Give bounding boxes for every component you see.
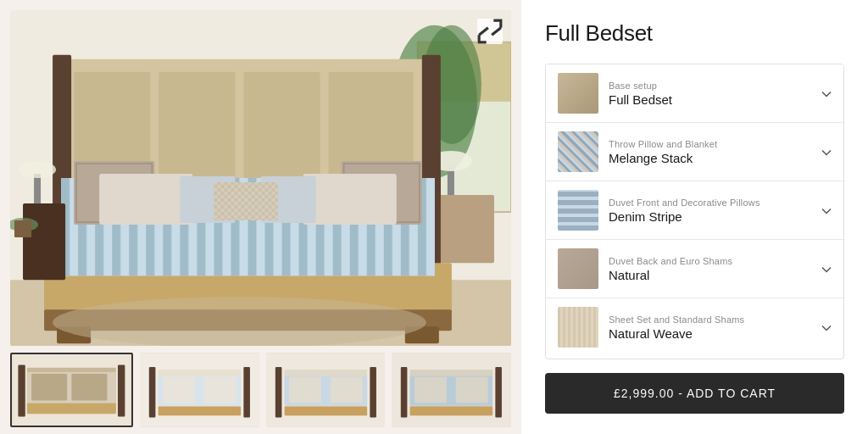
option-row-throw-pillow[interactable]: Throw Pillow and BlanketMelange Stack bbox=[546, 123, 843, 181]
option-category-base-setup: Base setup bbox=[609, 81, 811, 91]
chevron-down-icon bbox=[821, 203, 832, 218]
chevron-down-icon bbox=[821, 320, 832, 335]
svg-rect-75 bbox=[415, 377, 447, 403]
svg-rect-55 bbox=[27, 403, 116, 415]
option-text-duvet-back: Duvet Back and Euro ShamsNatural bbox=[609, 256, 811, 282]
right-panel: Full Bedset Base setupFull BedsetThrow P… bbox=[521, 0, 868, 434]
option-category-duvet-front: Duvet Front and Decorative Pillows bbox=[609, 198, 811, 208]
svg-rect-76 bbox=[456, 377, 488, 403]
svg-rect-44 bbox=[34, 174, 41, 203]
expand-button[interactable] bbox=[477, 19, 503, 44]
svg-rect-54 bbox=[118, 365, 125, 417]
option-text-sheet-set: Sheet Set and Standard ShamsNatural Weav… bbox=[609, 314, 811, 341]
svg-rect-77 bbox=[401, 367, 408, 418]
svg-rect-60 bbox=[204, 377, 236, 403]
option-row-sheet-set[interactable]: Sheet Set and Standard ShamsNatural Weav… bbox=[546, 298, 843, 356]
main-product-image bbox=[10, 10, 511, 346]
svg-rect-53 bbox=[18, 365, 25, 417]
option-category-sheet-set: Sheet Set and Standard Shams bbox=[609, 314, 811, 325]
svg-rect-47 bbox=[14, 220, 31, 237]
thumbnail-1[interactable] bbox=[10, 353, 133, 427]
swatch-duvet-front bbox=[558, 190, 598, 231]
thumbnail-2[interactable] bbox=[140, 353, 259, 427]
svg-rect-67 bbox=[289, 377, 321, 403]
option-row-duvet-front[interactable]: Duvet Front and Decorative PillowsDenim … bbox=[546, 181, 843, 240]
thumbnail-4[interactable] bbox=[392, 353, 511, 427]
option-category-throw-pillow: Throw Pillow and Blanket bbox=[609, 139, 811, 149]
svg-rect-41 bbox=[214, 182, 277, 220]
svg-rect-52 bbox=[71, 374, 107, 401]
option-value-base-setup: Full Bedset bbox=[609, 92, 811, 107]
svg-rect-69 bbox=[275, 367, 281, 418]
svg-rect-79 bbox=[410, 406, 492, 415]
add-to-cart-button[interactable]: £2,999.00 - ADD TO CART bbox=[545, 373, 844, 414]
chevron-down-icon bbox=[821, 144, 832, 159]
swatch-throw-pillow bbox=[558, 131, 598, 172]
option-value-throw-pillow: Melange Stack bbox=[609, 151, 811, 165]
thumbnail-3[interactable] bbox=[266, 353, 386, 427]
left-panel bbox=[0, 0, 521, 434]
svg-rect-62 bbox=[243, 367, 250, 418]
svg-point-23 bbox=[53, 297, 426, 346]
options-list: Base setupFull BedsetThrow Pillow and Bl… bbox=[545, 64, 844, 359]
option-row-duvet-back[interactable]: Duvet Back and Euro ShamsNatural bbox=[546, 240, 843, 298]
svg-rect-71 bbox=[284, 406, 366, 415]
svg-rect-37 bbox=[303, 174, 397, 225]
option-category-duvet-back: Duvet Back and Euro Shams bbox=[609, 256, 811, 266]
svg-rect-70 bbox=[370, 367, 376, 418]
svg-rect-36 bbox=[99, 174, 192, 225]
svg-rect-59 bbox=[163, 377, 195, 403]
svg-rect-78 bbox=[496, 367, 503, 418]
option-text-duvet-front: Duvet Front and Decorative PillowsDenim … bbox=[609, 198, 811, 224]
option-value-sheet-set: Natural Weave bbox=[609, 326, 811, 341]
swatch-sheet-set bbox=[558, 307, 598, 348]
option-value-duvet-front: Denim Stripe bbox=[609, 209, 811, 224]
product-title: Full Bedset bbox=[545, 20, 844, 47]
thumbnails-row bbox=[10, 353, 511, 427]
svg-rect-63 bbox=[158, 406, 240, 415]
svg-point-45 bbox=[19, 161, 56, 178]
option-value-duvet-back: Natural bbox=[609, 268, 811, 282]
svg-rect-51 bbox=[31, 374, 67, 401]
option-text-throw-pillow: Throw Pillow and BlanketMelange Stack bbox=[609, 139, 811, 165]
svg-rect-42 bbox=[23, 203, 65, 280]
svg-rect-61 bbox=[149, 367, 156, 418]
svg-rect-68 bbox=[330, 377, 362, 403]
chevron-down-icon bbox=[821, 261, 832, 276]
chevron-down-icon bbox=[821, 86, 832, 101]
option-text-base-setup: Base setupFull Bedset bbox=[609, 81, 811, 107]
option-row-base-setup[interactable]: Base setupFull Bedset bbox=[546, 64, 843, 123]
swatch-base-setup bbox=[558, 73, 598, 114]
swatch-duvet-back bbox=[558, 248, 598, 289]
